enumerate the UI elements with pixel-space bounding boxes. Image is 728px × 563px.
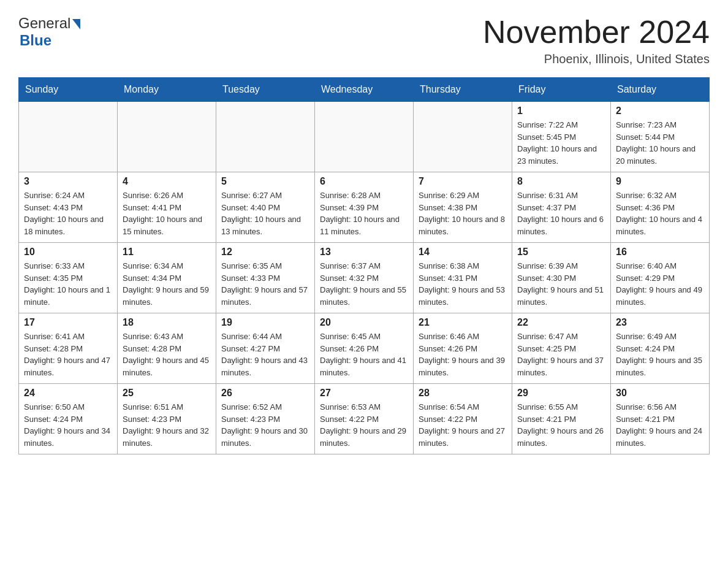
page-header: General Blue November 2024 Phoenix, Illi… [18, 15, 710, 66]
calendar-week-5: 24Sunrise: 6:50 AMSunset: 4:24 PMDayligh… [19, 384, 710, 454]
day-number: 23 [616, 317, 704, 328]
day-info: Sunrise: 6:51 AMSunset: 4:23 PMDaylight:… [123, 401, 211, 449]
calendar-cell: 11Sunrise: 6:34 AMSunset: 4:34 PMDayligh… [118, 243, 216, 313]
day-number: 12 [221, 247, 309, 258]
day-info: Sunrise: 6:29 AMSunset: 4:38 PMDaylight:… [419, 190, 507, 237]
day-number: 9 [616, 176, 704, 187]
day-number: 4 [123, 176, 211, 187]
day-info: Sunrise: 6:41 AMSunset: 4:28 PMDaylight:… [24, 331, 112, 378]
day-info: Sunrise: 6:45 AMSunset: 4:26 PMDaylight:… [320, 331, 408, 378]
day-number: 22 [517, 317, 605, 328]
calendar-cell: 29Sunrise: 6:55 AMSunset: 4:21 PMDayligh… [512, 384, 611, 454]
day-number: 10 [24, 247, 112, 258]
day-number: 5 [221, 176, 309, 187]
calendar-cell: 30Sunrise: 6:56 AMSunset: 4:21 PMDayligh… [611, 384, 710, 454]
day-info: Sunrise: 6:55 AMSunset: 4:21 PMDaylight:… [517, 401, 605, 449]
day-number: 29 [517, 388, 605, 399]
calendar-cell: 12Sunrise: 6:35 AMSunset: 4:33 PMDayligh… [216, 243, 315, 313]
day-number: 8 [517, 176, 605, 187]
day-number: 11 [123, 247, 211, 258]
calendar-cell: 20Sunrise: 6:45 AMSunset: 4:26 PMDayligh… [315, 313, 414, 384]
day-info: Sunrise: 6:43 AMSunset: 4:28 PMDaylight:… [123, 331, 211, 378]
calendar-cell: 25Sunrise: 6:51 AMSunset: 4:23 PMDayligh… [118, 384, 216, 454]
logo-blue-text: Blue [20, 32, 51, 48]
calendar-cell: 5Sunrise: 6:27 AMSunset: 4:40 PMDaylight… [216, 172, 315, 243]
title-section: November 2024 Phoenix, Illinois, United … [483, 15, 710, 66]
day-info: Sunrise: 6:37 AMSunset: 4:32 PMDaylight:… [320, 260, 408, 308]
calendar-week-2: 3Sunrise: 6:24 AMSunset: 4:43 PMDaylight… [19, 172, 710, 243]
day-number: 24 [24, 388, 112, 399]
day-info: Sunrise: 6:34 AMSunset: 4:34 PMDaylight:… [123, 260, 211, 308]
day-info: Sunrise: 6:46 AMSunset: 4:26 PMDaylight:… [419, 331, 507, 378]
logo-arrow-icon [72, 19, 80, 29]
day-info: Sunrise: 6:35 AMSunset: 4:33 PMDaylight:… [221, 260, 309, 308]
day-number: 1 [517, 105, 605, 117]
weekday-header-saturday: Saturday [611, 78, 710, 102]
calendar-cell: 18Sunrise: 6:43 AMSunset: 4:28 PMDayligh… [118, 313, 216, 384]
day-number: 28 [419, 388, 507, 399]
calendar-cell: 23Sunrise: 6:49 AMSunset: 4:24 PMDayligh… [611, 313, 710, 384]
day-number: 21 [419, 317, 507, 328]
calendar-week-3: 10Sunrise: 6:33 AMSunset: 4:35 PMDayligh… [19, 243, 710, 313]
day-number: 14 [419, 247, 507, 258]
calendar-cell: 2Sunrise: 7:23 AMSunset: 5:44 PMDaylight… [611, 102, 710, 172]
day-info: Sunrise: 6:52 AMSunset: 4:23 PMDaylight:… [221, 401, 309, 449]
calendar-cell [19, 102, 118, 172]
calendar-cell [216, 102, 315, 172]
calendar-cell [414, 102, 512, 172]
day-info: Sunrise: 6:39 AMSunset: 4:30 PMDaylight:… [517, 260, 605, 308]
calendar-cell: 26Sunrise: 6:52 AMSunset: 4:23 PMDayligh… [216, 384, 315, 454]
day-number: 3 [24, 176, 112, 187]
calendar-cell [118, 102, 216, 172]
day-info: Sunrise: 7:22 AMSunset: 5:45 PMDaylight:… [517, 119, 605, 167]
day-info: Sunrise: 6:47 AMSunset: 4:25 PMDaylight:… [517, 331, 605, 378]
day-info: Sunrise: 6:33 AMSunset: 4:35 PMDaylight:… [24, 260, 112, 308]
calendar-table: SundayMondayTuesdayWednesdayThursdayFrid… [18, 77, 710, 454]
calendar-cell: 3Sunrise: 6:24 AMSunset: 4:43 PMDaylight… [19, 172, 118, 243]
weekday-header-sunday: Sunday [19, 78, 118, 102]
calendar-cell: 16Sunrise: 6:40 AMSunset: 4:29 PMDayligh… [611, 243, 710, 313]
day-number: 26 [221, 388, 309, 399]
day-info: Sunrise: 6:50 AMSunset: 4:24 PMDaylight:… [24, 401, 112, 449]
calendar-cell: 9Sunrise: 6:32 AMSunset: 4:36 PMDaylight… [611, 172, 710, 243]
day-number: 7 [419, 176, 507, 187]
calendar-cell: 24Sunrise: 6:50 AMSunset: 4:24 PMDayligh… [19, 384, 118, 454]
day-number: 20 [320, 317, 408, 328]
calendar-cell: 19Sunrise: 6:44 AMSunset: 4:27 PMDayligh… [216, 313, 315, 384]
day-number: 19 [221, 317, 309, 328]
day-info: Sunrise: 6:53 AMSunset: 4:22 PMDaylight:… [320, 401, 408, 449]
weekday-header-row: SundayMondayTuesdayWednesdayThursdayFrid… [19, 78, 710, 102]
day-info: Sunrise: 6:24 AMSunset: 4:43 PMDaylight:… [24, 190, 112, 237]
calendar-subtitle: Phoenix, Illinois, United States [483, 52, 710, 66]
day-number: 25 [123, 388, 211, 399]
calendar-cell: 27Sunrise: 6:53 AMSunset: 4:22 PMDayligh… [315, 384, 414, 454]
day-info: Sunrise: 6:38 AMSunset: 4:31 PMDaylight:… [419, 260, 507, 308]
weekday-header-monday: Monday [118, 78, 216, 102]
day-info: Sunrise: 6:31 AMSunset: 4:37 PMDaylight:… [517, 190, 605, 237]
calendar-cell: 15Sunrise: 6:39 AMSunset: 4:30 PMDayligh… [512, 243, 611, 313]
day-info: Sunrise: 6:28 AMSunset: 4:39 PMDaylight:… [320, 190, 408, 237]
weekday-header-thursday: Thursday [414, 78, 512, 102]
day-info: Sunrise: 6:49 AMSunset: 4:24 PMDaylight:… [616, 331, 704, 378]
calendar-cell: 17Sunrise: 6:41 AMSunset: 4:28 PMDayligh… [19, 313, 118, 384]
calendar-cell: 8Sunrise: 6:31 AMSunset: 4:37 PMDaylight… [512, 172, 611, 243]
weekday-header-tuesday: Tuesday [216, 78, 315, 102]
logo: General Blue [18, 15, 80, 49]
day-info: Sunrise: 6:40 AMSunset: 4:29 PMDaylight:… [616, 260, 704, 308]
calendar-week-1: 1Sunrise: 7:22 AMSunset: 5:45 PMDaylight… [19, 102, 710, 172]
weekday-header-wednesday: Wednesday [315, 78, 414, 102]
day-info: Sunrise: 7:23 AMSunset: 5:44 PMDaylight:… [616, 119, 704, 167]
day-number: 13 [320, 247, 408, 258]
calendar-cell: 22Sunrise: 6:47 AMSunset: 4:25 PMDayligh… [512, 313, 611, 384]
day-info: Sunrise: 6:44 AMSunset: 4:27 PMDaylight:… [221, 331, 309, 378]
day-info: Sunrise: 6:32 AMSunset: 4:36 PMDaylight:… [616, 190, 704, 237]
day-number: 30 [616, 388, 704, 399]
logo-general-text: General [18, 15, 70, 32]
calendar-cell: 4Sunrise: 6:26 AMSunset: 4:41 PMDaylight… [118, 172, 216, 243]
day-number: 6 [320, 176, 408, 187]
calendar-cell [315, 102, 414, 172]
calendar-cell: 6Sunrise: 6:28 AMSunset: 4:39 PMDaylight… [315, 172, 414, 243]
day-info: Sunrise: 6:27 AMSunset: 4:40 PMDaylight:… [221, 190, 309, 237]
calendar-cell: 10Sunrise: 6:33 AMSunset: 4:35 PMDayligh… [19, 243, 118, 313]
day-number: 18 [123, 317, 211, 328]
